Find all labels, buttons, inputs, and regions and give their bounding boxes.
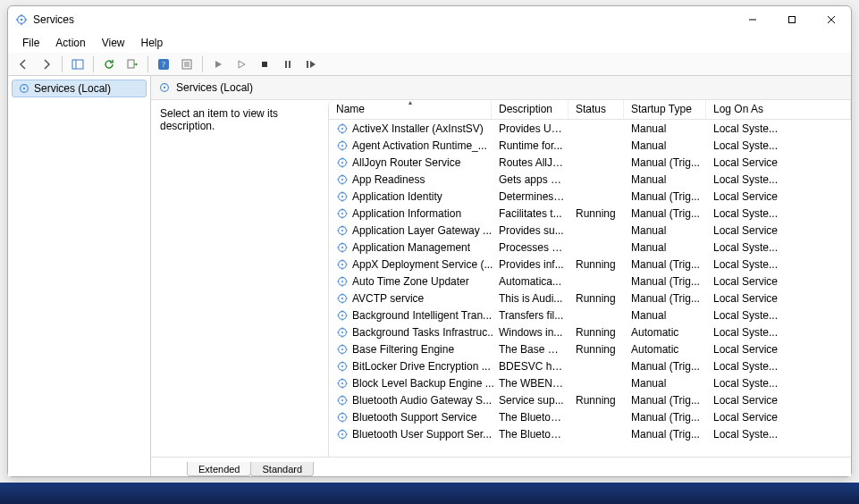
- body: Services (Local) Services (Local) Select…: [8, 76, 851, 476]
- tree-item-label: Services (Local): [34, 82, 111, 95]
- tab-extended[interactable]: Extended: [187, 462, 251, 476]
- pause-service-button[interactable]: [278, 55, 298, 74]
- help-button[interactable]: ?: [154, 55, 173, 74]
- service-row[interactable]: AllJoyn Router ServiceRoutes AllJo...Man…: [329, 154, 851, 171]
- service-row[interactable]: Bluetooth Audio Gateway S...Service sup.…: [329, 391, 851, 408]
- service-name: Application Management: [352, 241, 470, 254]
- svg-rect-22: [307, 61, 308, 68]
- refresh-button[interactable]: [99, 55, 119, 74]
- service-row[interactable]: Background Tasks Infrastruc...Windows in…: [329, 323, 851, 340]
- service-log-on-as: Local Service: [708, 342, 799, 357]
- service-startup-type: Manual (Trig...: [626, 291, 708, 306]
- service-name: App Readiness: [352, 173, 425, 186]
- service-startup-type: Automatic: [626, 342, 708, 357]
- service-startup-type: Manual (Trig...: [626, 359, 708, 374]
- content-header: Services (Local): [151, 76, 851, 100]
- svg-point-124: [341, 399, 343, 400]
- services-tree-icon: [18, 82, 30, 95]
- column-header-startup-type[interactable]: Startup Type: [624, 100, 706, 119]
- service-row[interactable]: Application ManagementProcesses in...Man…: [329, 239, 851, 256]
- service-status: Running: [570, 393, 626, 407]
- service-row[interactable]: Application InformationFacilitates t...R…: [329, 205, 851, 222]
- properties-button[interactable]: [177, 55, 197, 74]
- export-list-button[interactable]: [122, 55, 142, 74]
- service-startup-type: Manual (Trig...: [626, 206, 708, 221]
- service-row[interactable]: BitLocker Drive Encryption ...BDESVC hos…: [329, 357, 851, 374]
- close-button[interactable]: [812, 6, 851, 33]
- service-row[interactable]: Application Layer Gateway ...Provides su…: [329, 222, 851, 239]
- service-log-on-as: Local Service: [708, 393, 799, 407]
- service-name: Agent Activation Runtime_...: [352, 139, 487, 152]
- svg-point-46: [341, 178, 343, 180]
- console-tree: Services (Local): [8, 76, 151, 476]
- column-header-description[interactable]: Description: [492, 100, 568, 119]
- service-name: Bluetooth Support Service: [352, 411, 476, 424]
- service-name: BitLocker Drive Encryption ...: [352, 360, 491, 373]
- service-log-on-as: Local Service: [708, 274, 799, 289]
- service-icon: [336, 360, 349, 373]
- menu-help[interactable]: Help: [134, 35, 171, 51]
- service-row[interactable]: Auto Time Zone UpdaterAutomatica...Manua…: [329, 273, 851, 290]
- menu-action[interactable]: Action: [48, 35, 92, 51]
- service-icon: [336, 343, 349, 356]
- restart-service-button[interactable]: [301, 55, 321, 74]
- service-row[interactable]: Agent Activation Runtime_...Runtime for.…: [329, 137, 851, 154]
- service-startup-type: Manual: [626, 122, 708, 136]
- service-row[interactable]: ActiveX Installer (AxInstSV)Provides Us.…: [329, 120, 851, 137]
- back-button[interactable]: [13, 55, 33, 74]
- start-service-button[interactable]: [208, 55, 228, 74]
- service-log-on-as: Local Syste...: [708, 240, 799, 255]
- service-status: Running: [570, 342, 626, 357]
- service-name: Background Intelligent Tran...: [352, 309, 492, 322]
- service-log-on-as: Local Syste...: [708, 427, 799, 441]
- service-log-on-as: Local Service: [708, 223, 799, 238]
- service-row[interactable]: App ReadinessGets apps re...ManualLocal …: [329, 171, 851, 188]
- service-row[interactable]: Background Intelligent Tran...Transfers …: [329, 307, 851, 323]
- service-row[interactable]: AVCTP serviceThis is Audi...RunningManua…: [329, 290, 851, 307]
- service-description: Runtime for...: [493, 139, 570, 153]
- svg-point-130: [341, 416, 343, 417]
- service-log-on-as: Local Syste...: [708, 206, 799, 221]
- service-row[interactable]: Bluetooth User Support Ser...The Bluetoo…: [329, 425, 851, 442]
- service-startup-type: Manual (Trig...: [626, 274, 708, 289]
- show-hide-tree-button[interactable]: [68, 55, 88, 74]
- service-status: [570, 281, 626, 282]
- service-row[interactable]: Base Filtering EngineThe Base Fil...Runn…: [329, 340, 851, 357]
- tab-standard[interactable]: Standard: [250, 462, 314, 476]
- column-header-name[interactable]: Name ▴: [329, 100, 492, 119]
- service-startup-type: Automatic: [626, 325, 708, 340]
- service-description: Determines ...: [493, 189, 570, 204]
- service-description: Provides Us...: [493, 122, 570, 136]
- svg-point-58: [341, 212, 343, 214]
- service-icon: [336, 207, 349, 220]
- menu-view[interactable]: View: [95, 35, 132, 51]
- service-icon: [336, 377, 349, 390]
- service-description: Windows in...: [493, 325, 570, 340]
- service-name: AllJoyn Router Service: [352, 156, 460, 169]
- service-row[interactable]: Block Level Backup Engine ...The WBENG..…: [329, 374, 851, 391]
- column-header-status[interactable]: Status: [568, 100, 624, 119]
- svg-rect-10: [72, 60, 83, 69]
- window-controls: [733, 6, 851, 33]
- stop-service-button[interactable]: [255, 55, 274, 74]
- service-name: Bluetooth User Support Ser...: [352, 428, 492, 441]
- service-name: Application Information: [352, 207, 461, 220]
- start-service-alt-button[interactable]: [232, 55, 251, 74]
- service-description: The Bluetoo...: [493, 410, 570, 424]
- service-startup-type: Manual: [626, 139, 708, 153]
- service-description: The WBENG...: [493, 376, 570, 391]
- minimize-button[interactable]: [733, 6, 772, 33]
- maximize-button[interactable]: [772, 6, 812, 33]
- service-log-on-as: Local Service: [708, 410, 799, 424]
- list-rows[interactable]: ActiveX Installer (AxInstSV)Provides Us.…: [329, 120, 851, 457]
- tree-item-services-local[interactable]: Services (Local): [12, 80, 147, 97]
- forward-button[interactable]: [37, 55, 56, 74]
- service-status: [570, 315, 626, 316]
- column-header-log-on-as[interactable]: Log On As: [706, 100, 851, 119]
- service-row[interactable]: Bluetooth Support ServiceThe Bluetoo...M…: [329, 408, 851, 425]
- service-row[interactable]: Application IdentityDetermines ...Manual…: [329, 188, 851, 205]
- service-name: Block Level Backup Engine ...: [352, 377, 493, 390]
- menu-file[interactable]: File: [15, 35, 46, 51]
- service-row[interactable]: AppX Deployment Service (...Provides inf…: [329, 256, 851, 273]
- svg-point-88: [341, 297, 343, 298]
